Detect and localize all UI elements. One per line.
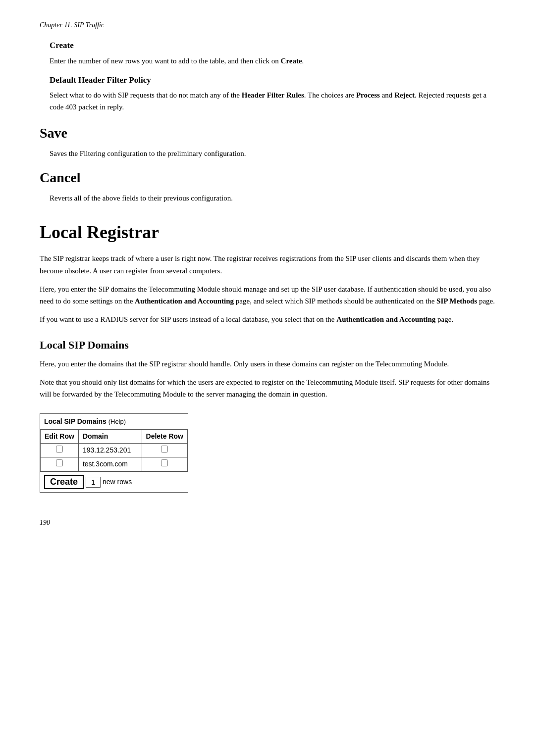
lr-para2-end: page. xyxy=(477,297,495,305)
cancel-body-text: Reverts all of the above fields to their… xyxy=(50,194,233,202)
lr-para2-bold1: Authentication and Accounting xyxy=(135,297,234,305)
lr-para1-text: The SIP registrar keeps track of where a… xyxy=(40,254,480,275)
help-label-text: (Help) xyxy=(108,418,126,425)
save-title-text: Save xyxy=(40,125,67,141)
table-title-bar: Local SIP Domains (Help) xyxy=(40,414,188,429)
default-header-heading: Default Header Filter Policy xyxy=(50,74,495,87)
delete-row-cell-2 xyxy=(142,457,187,471)
local-sip-domains-heading: Local SIP Domains xyxy=(40,337,495,353)
save-heading: Save xyxy=(40,123,495,144)
cancel-body: Reverts all of the above fields to their… xyxy=(50,192,495,204)
lr-para3-bold-text: Authentication and Accounting xyxy=(336,315,435,323)
new-rows-label: new rows xyxy=(103,477,132,487)
lr-para3-start: If you want to use a RADIUS server for S… xyxy=(40,315,336,323)
sip-domains-table: Edit Row Domain Delete Row 193.12.253.20… xyxy=(40,429,188,471)
create-body-end: . xyxy=(302,57,304,65)
dh-body-mid2: and xyxy=(380,91,394,99)
delete-row-checkbox-2[interactable] xyxy=(161,459,168,466)
dh-bold1: Header Filter Rules xyxy=(242,91,304,99)
local-registrar-heading: Local Registrar xyxy=(40,219,495,246)
domain-cell-2: test.3com.com xyxy=(78,457,142,471)
create-button[interactable]: Create xyxy=(44,475,84,489)
edit-row-checkbox-2[interactable] xyxy=(56,459,63,466)
dh-body-start: Select what to do with SIP requests that… xyxy=(50,91,242,99)
cancel-title-text: Cancel xyxy=(40,170,80,185)
cancel-heading: Cancel xyxy=(40,167,495,188)
save-body: Saves the Filtering configuration to the… xyxy=(50,148,495,159)
col-edit-row: Edit Row xyxy=(41,430,79,444)
dh-body-mid: . The choices are xyxy=(304,91,356,99)
page-number: 190 xyxy=(40,517,495,528)
dh-bold1-text: Header Filter Rules xyxy=(242,91,304,99)
create-bold: Create xyxy=(281,57,302,65)
lsd-para1: Here, you enter the domains that the SIP… xyxy=(40,358,495,370)
lr-para3-end: page. xyxy=(435,315,453,323)
create-bold-text: Create xyxy=(281,57,302,65)
lr-para2-bold1-text: Authentication and Accounting xyxy=(135,297,234,305)
edit-row-cell-1 xyxy=(41,444,79,457)
chapter-header: Chapter 11. SIP Traffic xyxy=(40,20,495,30)
local-sip-domains-table-container: Local SIP Domains (Help) Edit Row Domain… xyxy=(40,413,188,493)
create-title-text: Create xyxy=(50,41,74,50)
delete-row-checkbox-1[interactable] xyxy=(161,446,168,453)
new-rows-input[interactable] xyxy=(86,477,101,488)
table-row: 193.12.253.201 xyxy=(41,444,188,457)
lsd-para1-text: Here, you enter the domains that the SIP… xyxy=(40,360,449,368)
create-body-text: Enter the number of new rows you want to… xyxy=(50,57,281,65)
table-header-row: Edit Row Domain Delete Row xyxy=(41,430,188,444)
create-heading: Create xyxy=(50,39,495,52)
local-registrar-para1: The SIP registrar keeps track of where a… xyxy=(40,252,495,277)
page-number-text: 190 xyxy=(40,519,50,526)
help-link[interactable]: (Help) xyxy=(108,418,126,425)
domain-cell-1: 193.12.253.201 xyxy=(78,444,142,457)
chapter-label: Chapter 11. SIP Traffic xyxy=(40,21,104,29)
local-registrar-para2: Here, you enter the SIP domains the Tele… xyxy=(40,283,495,308)
col-delete-row: Delete Row xyxy=(142,430,187,444)
lr-para3-bold: Authentication and Accounting xyxy=(336,315,435,323)
dh-bold3: Reject xyxy=(394,91,415,99)
edit-row-checkbox-1[interactable] xyxy=(56,446,63,453)
table-title-text: Local SIP Domains xyxy=(44,417,107,425)
create-row-bar: Create new rows xyxy=(40,471,188,492)
lr-para2-bold2-text: SIP Methods xyxy=(436,297,477,305)
create-body: Enter the number of new rows you want to… xyxy=(50,55,495,67)
dh-bold2-text: Process xyxy=(356,91,380,99)
lr-para2-bold2: SIP Methods xyxy=(436,297,477,305)
lsd-para2-text: Note that you should only list domains f… xyxy=(40,378,489,399)
local-registrar-title-text: Local Registrar xyxy=(40,222,159,242)
dh-bold3-text: Reject xyxy=(394,91,415,99)
col-domain: Domain xyxy=(78,430,142,444)
default-header-title-text: Default Header Filter Policy xyxy=(50,75,151,85)
lsd-title-text: Local SIP Domains xyxy=(40,339,129,351)
default-header-body: Select what to do with SIP requests that… xyxy=(50,89,495,113)
lr-para2-mid: page, and select which SIP methods shoul… xyxy=(234,297,436,305)
delete-row-cell-1 xyxy=(142,444,187,457)
dh-bold2: Process xyxy=(356,91,380,99)
edit-row-cell-2 xyxy=(41,457,79,471)
lsd-para2: Note that you should only list domains f… xyxy=(40,376,495,401)
table-row: test.3com.com xyxy=(41,457,188,471)
local-registrar-para3: If you want to use a RADIUS server for S… xyxy=(40,313,495,326)
save-body-text: Saves the Filtering configuration to the… xyxy=(50,150,246,157)
create-button-label: Create xyxy=(50,477,78,487)
